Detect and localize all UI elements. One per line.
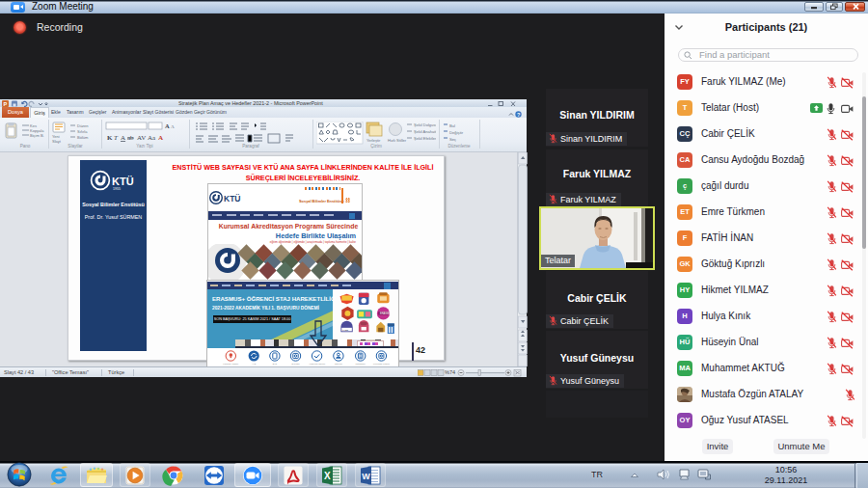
svg-text:AV: AV [137, 134, 146, 142]
svg-text:Kurumsal İletişim: Kurumsal İletişim [373, 363, 390, 366]
svg-text:KTÜ: KTÜ [224, 194, 240, 203]
svg-text:ERASMUS: ERASMUS [380, 312, 393, 315]
svg-text:Kütüphane: Kütüphane [355, 363, 366, 365]
svg-text:W: W [362, 472, 370, 481]
svg-text:ab: ab [127, 134, 134, 142]
svg-text:Seç: Seç [449, 137, 456, 142]
svg-text:A: A [171, 124, 175, 129]
svg-text:Akademik Takvim: Akademik Takvim [309, 363, 325, 365]
svg-text:Aa: Aa [148, 134, 156, 142]
svg-text:BYS: BYS [273, 363, 278, 365]
svg-text:Slayt: Slayt [52, 139, 62, 144]
svg-text:Sıfırla: Sıfırla [77, 129, 88, 134]
svg-text:A: A [158, 134, 163, 142]
svg-text:LYON: LYON [342, 329, 348, 332]
svg-text:Değiştir: Değiştir [449, 130, 464, 135]
svg-text:Şekil Dolgusu: Şekil Dolgusu [414, 122, 436, 127]
svg-text:Yerleştir: Yerleştir [366, 138, 381, 143]
svg-text:Biçim B.: Biçim B. [30, 133, 44, 138]
svg-text:A: A [121, 134, 125, 142]
svg-text:P: P [3, 101, 7, 107]
svg-text:Bul: Bul [449, 123, 455, 128]
svg-text:AYS: AYS [252, 363, 257, 365]
svg-text:Bölüm: Bölüm [77, 135, 89, 140]
svg-text:Öğrenci: Öğrenci [335, 363, 342, 365]
svg-text:E-Posta: E-Posta [292, 363, 301, 365]
svg-text:1955: 1955 [113, 187, 121, 191]
svg-text:KTÜ: KTÜ [112, 176, 134, 187]
svg-text:X: X [324, 471, 331, 481]
svg-text:Düzen: Düzen [77, 123, 89, 128]
svg-text:Kampüs Yaşamı: Kampüs Yaşamı [223, 363, 238, 366]
svg-text:K: K [107, 134, 113, 142]
svg-text:Şekil Anahattı: Şekil Anahattı [414, 129, 436, 134]
svg-text:Hızlı Stiller: Hızlı Stiller [388, 138, 407, 143]
svg-text:Şekil Efektleri: Şekil Efektleri [414, 136, 436, 141]
svg-text:T: T [114, 134, 119, 142]
svg-text:A: A [165, 122, 170, 129]
